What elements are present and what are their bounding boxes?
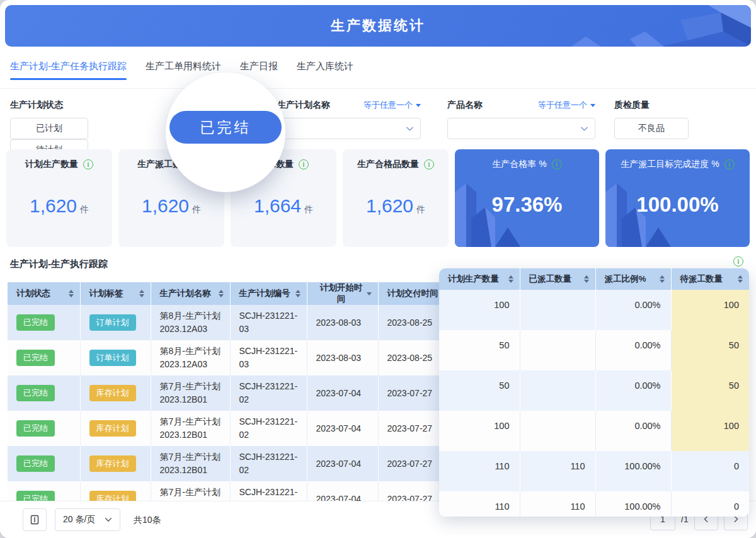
column-label: 派工比例% bbox=[605, 273, 646, 285]
stat-value: 97.36% bbox=[492, 193, 563, 216]
cell-dispatched-qty bbox=[520, 370, 595, 411]
plan-name-operator[interactable]: 等于任意一个 bbox=[364, 100, 421, 111]
operator-text: 等于任意一个 bbox=[364, 100, 413, 111]
page-info-button[interactable] bbox=[23, 508, 47, 531]
page-size-select[interactable]: 20 条/页 bbox=[55, 508, 120, 531]
column-header-dispatch-ratio[interactable]: 派工比例% bbox=[595, 268, 671, 290]
column-header-plan-code[interactable]: 生产计划编号 bbox=[230, 282, 307, 305]
qc-quality-label: 质检质量 bbox=[614, 100, 650, 111]
product-name-select[interactable] bbox=[447, 118, 595, 139]
stat-value: 100.00% bbox=[636, 193, 718, 216]
cell-status: 已完结 bbox=[8, 375, 80, 411]
cell-dispatch-ratio: 100.00% bbox=[595, 491, 671, 517]
column-header-start-date[interactable]: 计划开始时间 bbox=[307, 282, 378, 305]
column-label: 生产计划编号 bbox=[239, 288, 290, 299]
product-name-operator[interactable]: 等于任意一个 bbox=[538, 100, 595, 111]
tracking-section-title: 生产计划-生产执行跟踪 bbox=[10, 258, 108, 270]
status-badge: 已完结 bbox=[16, 420, 55, 437]
info-icon[interactable]: i bbox=[83, 159, 93, 169]
stat-unit: 件 bbox=[192, 204, 201, 214]
cell-status: 已完结 bbox=[8, 305, 80, 340]
filter-qc-quality: 质检质量 不良品 bbox=[614, 99, 689, 139]
panel-row: 110 110 100.00% 0 bbox=[439, 491, 749, 517]
caret-down-icon bbox=[590, 104, 595, 107]
page-size-value: 20 条/页 bbox=[63, 514, 95, 525]
tab-plan-task-tracking[interactable]: 生产计划-生产任务执行跟踪 bbox=[10, 47, 127, 88]
cell-plan-name: 第8月-生产计划 2023.12A03 bbox=[151, 305, 230, 340]
tag-badge: 库存计划 bbox=[89, 420, 136, 437]
cell-pending-qty: 50 bbox=[671, 370, 749, 411]
cell-pending-qty: 0 bbox=[671, 491, 749, 517]
tab-label: 生产日报 bbox=[240, 60, 278, 71]
cell-planned-qty: 110 bbox=[439, 491, 520, 517]
dispatch-detail-panel: 计划生产数量 已派工数量 派工比例% 待派工数量 100 0.00% 100 5… bbox=[439, 268, 749, 517]
tag-badge: 订单计划 bbox=[89, 350, 136, 366]
cell-tag: 订单计划 bbox=[80, 340, 151, 375]
status-option-finished[interactable]: 已完结 bbox=[169, 111, 282, 144]
panel-header-row: 计划生产数量 已派工数量 派工比例% 待派工数量 bbox=[439, 268, 749, 290]
stat-value: 1,620 bbox=[142, 195, 189, 216]
page-layout-icon bbox=[30, 515, 40, 525]
column-label: 计划开始时间 bbox=[316, 282, 367, 305]
stat-title: 生产合格品数量 bbox=[357, 159, 419, 170]
cell-dispatch-ratio: 0.00% bbox=[595, 290, 671, 330]
tag-badge: 订单计划 bbox=[89, 314, 136, 331]
cell-start-date: 2023-08-03 bbox=[307, 340, 378, 375]
cell-plan-name: 第7月-生产计划 2023.12B01 bbox=[151, 481, 230, 501]
column-header-plan-name[interactable]: 生产计划名称 bbox=[151, 282, 230, 305]
sort-icon bbox=[738, 275, 743, 283]
tab-inbound-stats[interactable]: 生产入库统计 bbox=[297, 47, 353, 88]
cell-start-date: 2023-07-04 bbox=[307, 446, 378, 481]
stat-card-qualified-qty: 生产合格品数量i 1,620件 bbox=[343, 149, 449, 247]
chevron-down-icon bbox=[105, 516, 112, 524]
cell-planned-qty: 100 bbox=[439, 290, 520, 330]
plan-name-select[interactable] bbox=[277, 118, 421, 139]
stat-card-dispatch-progress: 生产派工目标完成进度 %i 100.00% bbox=[605, 149, 750, 247]
info-icon[interactable]: i bbox=[733, 256, 743, 266]
operator-text: 等于任意一个 bbox=[538, 100, 587, 111]
cell-status: 已完结 bbox=[8, 411, 80, 446]
cell-tag: 库存计划 bbox=[80, 375, 151, 411]
column-header-planned-qty[interactable]: 计划生产数量 bbox=[439, 268, 520, 290]
cell-pending-qty: 50 bbox=[671, 330, 749, 370]
cell-start-date: 2023-07-04 bbox=[307, 411, 378, 446]
cell-planned-qty: 100 bbox=[439, 411, 520, 451]
tab-label: 生产计划-生产任务执行跟踪 bbox=[10, 60, 127, 71]
dashboard-card: 生产数据统计 生产计划-生产任务执行跟踪 生产工单用料统计 生产日报 生产入库统… bbox=[0, 0, 756, 538]
column-label: 计划交付时间 bbox=[387, 288, 438, 299]
column-header-pending-qty[interactable]: 待派工数量 bbox=[671, 268, 749, 290]
info-icon[interactable]: i bbox=[299, 159, 309, 169]
info-icon[interactable]: i bbox=[424, 159, 434, 169]
cell-dispatch-ratio: 0.00% bbox=[595, 330, 671, 370]
info-icon[interactable]: i bbox=[724, 159, 735, 169]
info-icon[interactable]: i bbox=[552, 159, 562, 169]
column-label: 已派工数量 bbox=[529, 273, 572, 285]
cell-plan-name: 第7月-生产计划 2023.12B01 bbox=[151, 375, 230, 411]
status-badge: 已完结 bbox=[16, 314, 55, 331]
status-badge: 已完结 bbox=[16, 350, 55, 366]
cell-dispatch-ratio: 100.00% bbox=[595, 451, 671, 491]
cell-status: 已完结 bbox=[8, 446, 80, 481]
cell-planned-qty: 110 bbox=[439, 451, 520, 491]
tab-label: 生产入库统计 bbox=[297, 60, 353, 71]
stat-title: 生产合格率 % bbox=[492, 159, 546, 170]
panel-row: 100 0.00% 100 bbox=[439, 411, 749, 451]
stat-value: 1,664 bbox=[254, 195, 301, 216]
cell-dispatched-qty: 110 bbox=[520, 451, 595, 491]
product-name-label: 产品名称 bbox=[447, 100, 483, 111]
panel-row: 50 0.00% 50 bbox=[439, 330, 749, 370]
status-option-planned[interactable]: 已计划 bbox=[10, 118, 88, 139]
column-header-dispatched-qty[interactable]: 已派工数量 bbox=[520, 268, 595, 290]
sort-icon bbox=[584, 275, 589, 283]
column-header-plan-tag[interactable]: 计划标签 bbox=[80, 282, 151, 305]
cell-tag: 库存计划 bbox=[80, 446, 151, 481]
qc-option-defective[interactable]: 不良品 bbox=[614, 118, 689, 139]
screen: 生产数据统计 生产计划-生产任务执行跟踪 生产工单用料统计 生产日报 生产入库统… bbox=[0, 0, 756, 538]
sort-icon bbox=[219, 290, 224, 297]
column-label: 计划生产数量 bbox=[448, 273, 499, 285]
column-header-plan-status[interactable]: 计划状态 bbox=[8, 282, 80, 305]
cell-plan-name: 第7月-生产计划 2023.12B01 bbox=[151, 411, 230, 446]
tag-badge: 库存计划 bbox=[89, 455, 136, 472]
stat-value: 1,620 bbox=[366, 195, 413, 216]
cell-tag: 订单计划 bbox=[80, 305, 151, 340]
